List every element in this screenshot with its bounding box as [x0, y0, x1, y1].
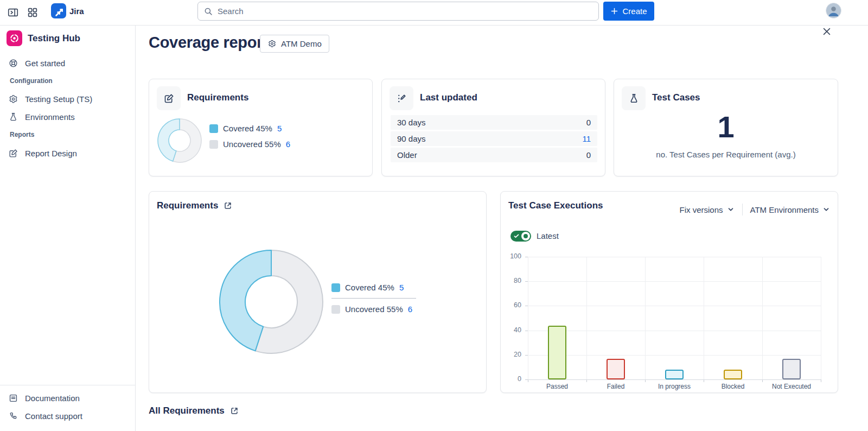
legend-covered: Covered 45% 5: [209, 124, 290, 133]
bar-not-executed[interactable]: [782, 359, 801, 379]
global-search[interactable]: [197, 2, 599, 21]
edit-square-icon: [157, 86, 181, 110]
lifebuoy-icon: [8, 58, 18, 68]
fix-versions-dropdown[interactable]: Fix versions: [680, 205, 735, 214]
gear-icon: [8, 93, 18, 104]
executions-chart-yaxis: 020406080100: [501, 257, 525, 379]
legend-label: Covered 45%: [345, 283, 394, 292]
sidebar-item-label: Documentation: [25, 394, 80, 403]
sidebar-item-label: Contact support: [25, 411, 82, 421]
create-button[interactable]: Create: [603, 2, 654, 21]
covered-swatch: [331, 283, 340, 292]
flask-icon: [8, 111, 18, 122]
list-edit-icon: [390, 86, 413, 110]
sidebar-item-testing-setup[interactable]: Testing Setup (TS): [3, 90, 132, 107]
table-row: Older 0: [391, 148, 597, 162]
search-input[interactable]: [218, 7, 593, 16]
bar-passed[interactable]: [548, 326, 566, 379]
sidebar-item-environments[interactable]: Environments: [3, 108, 132, 125]
requirements-detail-card: Requirements Covered 45% 5 Uncovered 55%…: [149, 191, 487, 393]
card-title: Requirements: [187, 92, 248, 103]
sidebar-divider: [0, 385, 135, 385]
sidebar-item-label: Report Design: [25, 149, 77, 158]
external-link-icon: [229, 406, 239, 416]
legend-label: Uncovered 55%: [223, 140, 281, 149]
row-value: 0: [586, 118, 591, 127]
app-switcher-icon[interactable]: [25, 5, 40, 20]
requirements-donut-chart-small: [156, 117, 203, 164]
card-title: Test Case Executions: [508, 200, 603, 211]
sidebar-item-report-design[interactable]: Report Design: [3, 144, 132, 162]
app-name: Jira: [69, 0, 84, 22]
covered-count-link[interactable]: 5: [277, 124, 282, 133]
close-icon[interactable]: [820, 25, 833, 38]
uncovered-swatch: [209, 140, 218, 149]
project-selector-button[interactable]: ATM Demo: [260, 35, 329, 53]
chevron-down-icon: [727, 206, 735, 213]
sidebar-title: Testing Hub: [28, 33, 80, 44]
sidebar-project-header[interactable]: Testing Hub: [7, 30, 80, 46]
covered-count-link[interactable]: 5: [399, 283, 404, 292]
atm-environments-dropdown[interactable]: ATM Environments: [750, 205, 830, 214]
sidebar-item-label: Testing Setup (TS): [25, 94, 92, 104]
y-tick-label-20: 20: [514, 351, 521, 358]
last-updated-rows: 30 days 0 90 days 11 Older 0: [391, 115, 597, 162]
x-label-passed: Passed: [528, 383, 586, 390]
toggle-label: Latest: [537, 231, 559, 242]
plus-icon: [610, 7, 618, 15]
sidebar-section-configuration: Configuration: [10, 77, 53, 85]
latest-toggle[interactable]: [510, 231, 531, 242]
test-case-executions-card: Test Case Executions Fix versions ATM En…: [500, 191, 838, 393]
x-label-failed: Failed: [586, 383, 645, 390]
uncovered-count-link[interactable]: 6: [286, 140, 290, 149]
uncovered-swatch: [331, 305, 340, 314]
gridline: [704, 257, 704, 379]
legend-uncovered: Uncovered 55% 6: [331, 305, 425, 314]
gridline: [528, 281, 821, 282]
uncovered-count-link[interactable]: 6: [408, 305, 412, 314]
jira-logo-icon[interactable]: [51, 3, 66, 18]
legend-label: Covered 45%: [223, 124, 272, 133]
y-tick-label-100: 100: [510, 252, 521, 260]
card-title: Requirements: [157, 200, 218, 211]
x-label-not-executed: Not Executed: [762, 383, 821, 390]
card-title: Test Cases: [652, 92, 700, 103]
y-tick-label-0: 0: [518, 375, 521, 383]
chevron-down-icon: [822, 206, 830, 213]
card-title: Last updated: [420, 92, 477, 103]
sidebar-item-documentation[interactable]: Documentation: [3, 389, 132, 407]
bar-failed[interactable]: [607, 359, 625, 379]
x-label-blocked: Blocked: [704, 383, 762, 390]
sidebar-item-label: Environments: [25, 112, 75, 122]
testing-hub-logo-icon: [7, 30, 22, 46]
gridline: [528, 257, 528, 379]
all-requirements-link[interactable]: All Requirements: [149, 405, 239, 416]
sidebar-toggle-icon[interactable]: [5, 5, 21, 20]
user-avatar[interactable]: [826, 3, 841, 18]
legend-covered: Covered 45% 5: [331, 283, 425, 292]
gridline: [528, 257, 821, 257]
bar-in-progress[interactable]: [665, 370, 684, 379]
sidebar-item-get-started[interactable]: Get started: [3, 54, 132, 72]
sidebar-section-reports: Reports: [10, 131, 34, 138]
x-label-in-progress: In progress: [645, 383, 704, 390]
legend-uncovered: Uncovered 55% 6: [209, 140, 290, 149]
bar-blocked[interactable]: [724, 370, 742, 379]
last-updated-card: Last updated 30 days 0 90 days 11 Older …: [381, 79, 605, 176]
sidebar: Testing Hub Get started Configuration Te…: [0, 26, 136, 431]
edit-square-icon: [8, 148, 18, 159]
y-tick-label-60: 60: [514, 301, 521, 309]
gridline: [528, 331, 821, 331]
table-row: 30 days 0: [391, 115, 597, 130]
check-icon: [513, 233, 520, 239]
row-value-link[interactable]: 11: [582, 134, 591, 143]
sidebar-item-contact-support[interactable]: Contact support: [3, 407, 132, 424]
test-cases-count: 1: [614, 110, 838, 144]
y-tick-label-80: 80: [514, 277, 521, 284]
donut-legend: Covered 45% 5 Uncovered 55% 6: [209, 124, 290, 149]
table-row: 90 days 11: [391, 131, 597, 146]
gridline: [645, 257, 646, 379]
toggle-knob: [521, 232, 530, 240]
external-link-icon[interactable]: [223, 201, 233, 211]
filter-divider: [742, 204, 743, 216]
